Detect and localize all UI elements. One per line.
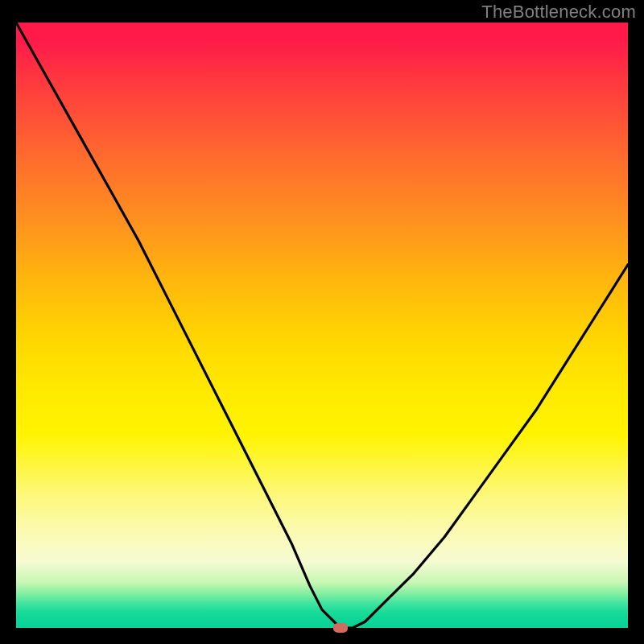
curve-path	[16, 23, 628, 628]
chart-stage: TheBottleneck.com	[0, 0, 644, 644]
watermark-text: TheBottleneck.com	[481, 2, 636, 23]
bottleneck-curve	[16, 23, 628, 628]
optimal-point-marker	[333, 623, 348, 633]
plot-area	[16, 23, 628, 628]
